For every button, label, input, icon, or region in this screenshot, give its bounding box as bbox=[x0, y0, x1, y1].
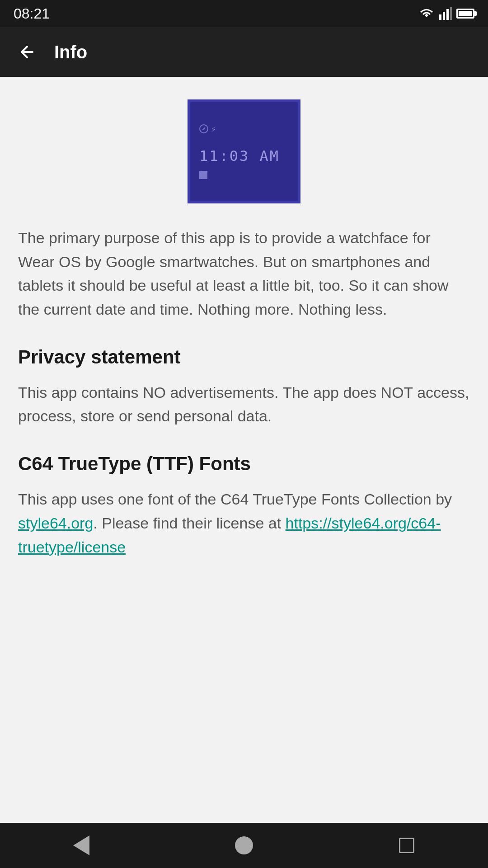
fonts-heading: C64 TrueType (TTF) Fonts bbox=[18, 453, 251, 475]
nav-home-button[interactable] bbox=[226, 832, 262, 859]
svg-rect-1 bbox=[443, 12, 445, 20]
preview-icon-circle bbox=[199, 124, 208, 133]
back-button[interactable] bbox=[14, 43, 41, 61]
status-time: 08:21 bbox=[14, 5, 50, 22]
app-preview-container: ⚡ 11:03 AM bbox=[18, 99, 470, 203]
svg-rect-2 bbox=[446, 9, 449, 20]
preview-icon-bolt: ⚡ bbox=[211, 124, 216, 134]
privacy-heading: Privacy statement bbox=[18, 346, 181, 368]
preview-status-icons: ⚡ bbox=[199, 124, 216, 134]
battery-icon bbox=[456, 9, 474, 19]
fonts-text-middle: . Please find their license at bbox=[93, 514, 285, 532]
nav-back-icon bbox=[73, 835, 89, 855]
app-bar: Info bbox=[0, 27, 488, 77]
nav-recents-icon bbox=[399, 838, 414, 853]
main-content: ⚡ 11:03 AM The primary purpose of this a… bbox=[0, 77, 488, 823]
app-preview-image: ⚡ 11:03 AM bbox=[188, 99, 300, 203]
nav-recents-button[interactable] bbox=[389, 832, 425, 859]
nav-home-icon bbox=[235, 836, 253, 854]
status-bar: 08:21 bbox=[0, 0, 488, 27]
privacy-text: This app contains NO advertisements. The… bbox=[18, 381, 470, 428]
preview-cursor bbox=[199, 171, 207, 179]
bottom-nav bbox=[0, 823, 488, 868]
svg-rect-3 bbox=[450, 7, 452, 20]
wifi-icon bbox=[418, 7, 435, 20]
page-title: Info bbox=[54, 42, 87, 62]
fonts-text: This app uses one font of the C64 TrueTy… bbox=[18, 487, 470, 559]
app-description: The primary purpose of this app is to pr… bbox=[18, 226, 470, 321]
signal-icon bbox=[439, 7, 452, 20]
nav-back-button[interactable] bbox=[63, 832, 99, 859]
style64-link[interactable]: style64.org bbox=[18, 514, 93, 532]
svg-rect-0 bbox=[439, 14, 441, 20]
status-icons bbox=[418, 7, 474, 20]
preview-time: 11:03 AM bbox=[199, 147, 280, 165]
fonts-text-before: This app uses one font of the C64 TrueTy… bbox=[18, 491, 452, 508]
